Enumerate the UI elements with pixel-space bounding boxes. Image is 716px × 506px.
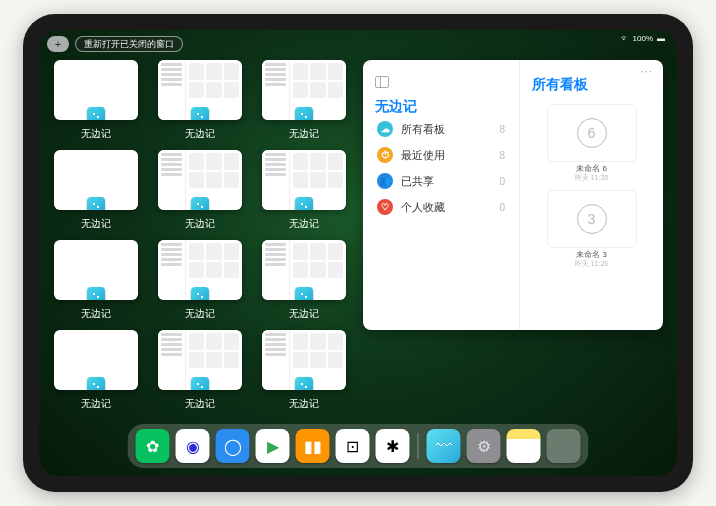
window-label: 无边记 — [185, 397, 215, 411]
window-thumbnail[interactable]: 无边记 — [53, 60, 139, 144]
freeform-app-icon — [191, 107, 209, 120]
wifi-icon: ᯤ — [621, 34, 629, 43]
window-label: 无边记 — [81, 127, 111, 141]
screen: ᯤ 100% ▬ + 重新打开已关闭的窗口 无边记无边记无边记无边记无边记无边记… — [39, 30, 677, 476]
window-thumbnail[interactable]: 无边记 — [157, 60, 243, 144]
sidebar-item-label: 已共享 — [401, 174, 434, 189]
top-controls: + 重新打开已关闭的窗口 — [47, 36, 183, 52]
window-label: 无边记 — [81, 397, 111, 411]
freeform-app-icon — [191, 287, 209, 300]
freeform-app-icon — [191, 197, 209, 210]
dock-dice-icon[interactable]: ⊡ — [336, 429, 370, 463]
window-thumbnail[interactable]: 无边记 — [157, 150, 243, 234]
board-name: 未命名 3 — [532, 250, 651, 260]
window-thumbnail[interactable]: 无边记 — [53, 330, 139, 414]
window-thumbnail[interactable]: 无边记 — [261, 150, 347, 234]
board-name: 未命名 6 — [532, 164, 651, 174]
dock-separator — [418, 433, 419, 459]
freeform-right-title: 所有看板 — [532, 76, 651, 94]
window-thumbnail[interactable]: 无边记 — [157, 330, 243, 414]
freeform-app-icon — [87, 197, 105, 210]
window-label: 无边记 — [289, 397, 319, 411]
window-label: 无边记 — [185, 127, 215, 141]
window-grid: 无边记无边记无边记无边记无边记无边记无边记无边记无边记无边记无边记无边记 — [53, 60, 347, 422]
board-item[interactable]: 6未命名 6昨天 11:28 — [532, 104, 651, 182]
freeform-app-icon — [87, 107, 105, 120]
sidebar-item[interactable]: ☁所有看板8 — [375, 116, 507, 142]
dock-wechat-icon[interactable]: ✿ — [136, 429, 170, 463]
window-thumbnail[interactable]: 无边记 — [157, 240, 243, 324]
freeform-app-icon — [295, 197, 313, 210]
board-item[interactable]: 3未命名 3昨天 11:26 — [532, 190, 651, 268]
dock: ✿◉◯▶▮▮⊡✱〰⚙ — [128, 424, 589, 468]
ipad-frame: ᯤ 100% ▬ + 重新打开已关闭的窗口 无边记无边记无边记无边记无边记无边记… — [23, 14, 693, 492]
sidebar-item-count: 0 — [499, 202, 505, 213]
sidebar-item[interactable]: ♡个人收藏0 — [375, 194, 507, 220]
sidebar-item-label: 个人收藏 — [401, 200, 445, 215]
window-label: 无边记 — [81, 217, 111, 231]
sidebar-item-count: 8 — [499, 124, 505, 135]
window-label: 无边记 — [81, 307, 111, 321]
window-label: 无边记 — [289, 127, 319, 141]
window-label: 无边记 — [289, 307, 319, 321]
freeform-app-icon — [87, 287, 105, 300]
dock-books-icon[interactable]: ▮▮ — [296, 429, 330, 463]
window-label: 无边记 — [185, 217, 215, 231]
sidebar-item-icon: ☁ — [377, 121, 393, 137]
dock-connect-icon[interactable]: ✱ — [376, 429, 410, 463]
sidebar-item-label: 所有看板 — [401, 122, 445, 137]
add-window-button[interactable]: + — [47, 36, 69, 52]
reopen-closed-window-button[interactable]: 重新打开已关闭的窗口 — [75, 36, 183, 52]
sidebar-item-icon: 👥 — [377, 173, 393, 189]
freeform-content: 所有看板 6未命名 6昨天 11:283未命名 3昨天 11:26 — [519, 60, 663, 330]
dock-app-library-icon[interactable] — [547, 429, 581, 463]
window-label: 无边记 — [185, 307, 215, 321]
battery-icon: ▬ — [657, 34, 665, 43]
dock-freeform-icon[interactable]: 〰 — [427, 429, 461, 463]
freeform-app-icon — [87, 377, 105, 390]
sidebar-item[interactable]: ⏱最近使用8 — [375, 142, 507, 168]
dock-qqbrowser-icon[interactable]: ◯ — [216, 429, 250, 463]
freeform-sidebar: 无边记 ☁所有看板8⏱最近使用8👥已共享0♡个人收藏0 — [363, 60, 519, 330]
freeform-app-icon — [295, 377, 313, 390]
window-thumbnail[interactable]: 无边记 — [261, 330, 347, 414]
freeform-app-window[interactable]: ··· 无边记 ☁所有看板8⏱最近使用8👥已共享0♡个人收藏0 所有看板 6未命… — [363, 60, 663, 330]
sidebar-item-count: 8 — [499, 150, 505, 161]
sidebar-item-icon: ⏱ — [377, 147, 393, 163]
freeform-app-icon — [191, 377, 209, 390]
window-label: 无边记 — [289, 217, 319, 231]
status-bar: ᯤ 100% ▬ — [621, 34, 665, 43]
window-thumbnail[interactable]: 无边记 — [261, 240, 347, 324]
sidebar-item[interactable]: 👥已共享0 — [375, 168, 507, 194]
window-menu-button[interactable]: ··· — [640, 64, 653, 78]
dock-quark-icon[interactable]: ◉ — [176, 429, 210, 463]
window-thumbnail[interactable]: 无边记 — [53, 150, 139, 234]
battery-label: 100% — [633, 34, 653, 43]
board-time: 昨天 11:28 — [532, 174, 651, 182]
dock-play-icon[interactable]: ▶ — [256, 429, 290, 463]
window-thumbnail[interactable]: 无边记 — [53, 240, 139, 324]
board-time: 昨天 11:26 — [532, 260, 651, 268]
stage-manager-workspace: 无边记无边记无边记无边记无边记无边记无边记无边记无边记无边记无边记无边记 ···… — [53, 60, 663, 422]
sidebar-item-count: 0 — [499, 176, 505, 187]
dock-settings-icon[interactable]: ⚙ — [467, 429, 501, 463]
sidebar-item-icon: ♡ — [377, 199, 393, 215]
freeform-title: 无边记 — [375, 98, 507, 116]
sidebar-toggle-icon[interactable] — [375, 76, 389, 88]
window-thumbnail[interactable]: 无边记 — [261, 60, 347, 144]
dock-notes-icon[interactable] — [507, 429, 541, 463]
sidebar-item-label: 最近使用 — [401, 148, 445, 163]
freeform-app-icon — [295, 107, 313, 120]
freeform-app-icon — [295, 287, 313, 300]
